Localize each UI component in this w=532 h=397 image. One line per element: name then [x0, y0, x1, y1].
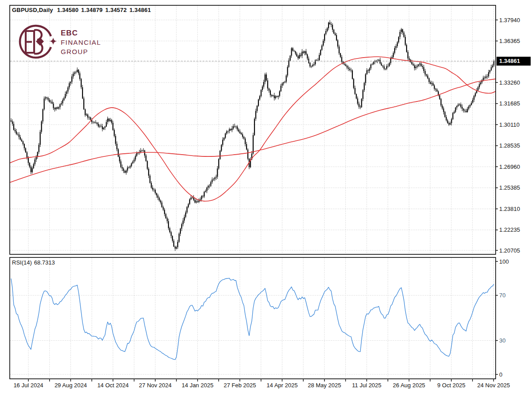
ohlc-high: 1.34879 [81, 7, 102, 13]
symbol-header: GBPUSD,Daily1.345801.348791.345721.34861 [12, 7, 153, 13]
price-axis-label: 1.23810 [499, 206, 520, 212]
ebc-logo-mark [20, 26, 51, 58]
symbol-period-label: GBPUSD,Daily [12, 7, 53, 13]
time-axis-label: 27 Feb 2025 [223, 382, 256, 389]
time-axis-label: 16 Jul 2024 [13, 382, 43, 389]
logo-line1: EBC [61, 29, 78, 37]
price-axis-label: 1.33260 [499, 79, 520, 86]
ohlc-open: 1.34580 [57, 7, 78, 13]
time-axis-label: 26 Aug 2025 [393, 382, 425, 389]
price-axis-label: 1.37940 [499, 17, 520, 23]
price-axis-label: 1.22235 [499, 226, 520, 233]
rsi-name-label: RSI(14) [12, 259, 32, 266]
ebc-logo-diamond [36, 37, 44, 46]
rsi-axis-label: 0 [499, 371, 502, 378]
ohlc-close: 1.34861 [129, 7, 151, 13]
current-price-box: 1.34861 [497, 57, 531, 66]
logo-line3: GROUP [61, 48, 88, 55]
price-axis-label: 1.20705 [499, 247, 520, 254]
price-axis-label: 1.26960 [499, 163, 520, 170]
ebc-logo: EBC FINANCIAL GROUP [16, 22, 131, 66]
rsi-axis-label: 100 [499, 258, 509, 265]
price-axis-label: 1.30110 [499, 121, 520, 128]
price-axis-label: 1.25385 [499, 184, 520, 191]
price-axis-label: 1.31685 [499, 100, 520, 107]
sparkle-icon [50, 38, 57, 45]
price-axis-label: 1.36365 [499, 38, 520, 44]
time-axis-label: 24 Nov 2025 [477, 382, 510, 389]
rsi-axis-label: 70 [499, 292, 505, 299]
time-axis-label: 14 Oct 2024 [97, 382, 129, 389]
rsi-axis-label: 30 [499, 337, 505, 344]
time-axis-label: 29 Aug 2024 [55, 382, 87, 389]
time-axis-label: 14 Apr 2025 [266, 382, 297, 389]
logo-line2: FINANCIAL [61, 39, 101, 46]
time-axis-label: 14 Jan 2025 [182, 382, 214, 389]
price-axis-label: 1.28535 [499, 142, 520, 149]
time-axis-label: 9 Oct 2025 [437, 382, 466, 389]
time-axis-label: 11 Jul 2025 [352, 382, 381, 389]
time-axis-label: 27 Nov 2024 [139, 382, 172, 389]
rsi-value-label: 68.7313 [34, 259, 55, 266]
ohlc-low: 1.34572 [106, 7, 127, 13]
chart-window: GBPUSD,Daily1.345801.348791.345721.34861… [0, 0, 532, 397]
time-axis-label: 28 May 2025 [308, 382, 341, 389]
current-price-label: 1.34861 [499, 58, 520, 64]
rsi-header: RSI(14)68.7313 [12, 259, 57, 266]
